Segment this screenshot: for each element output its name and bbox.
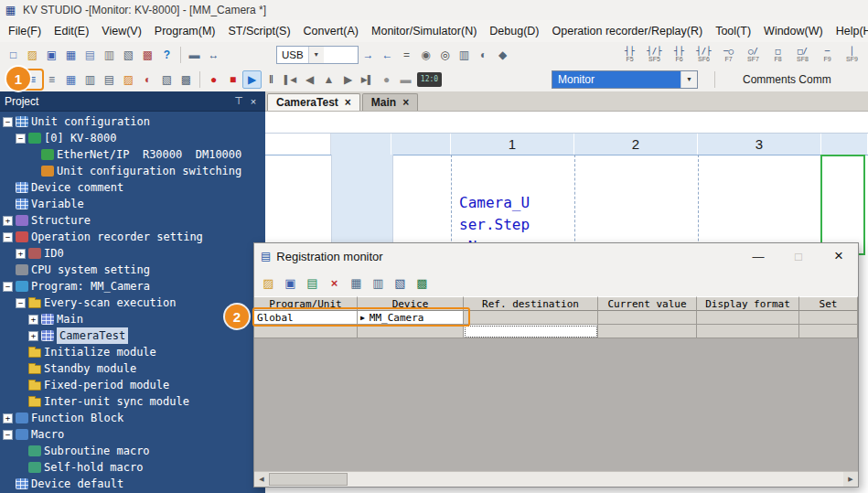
batch-monitor-icon[interactable]: ≡ <box>42 70 61 89</box>
monitor-display-icon[interactable]: ▩ <box>413 273 432 293</box>
scrollbar-thumb[interactable] <box>269 473 348 486</box>
close-icon[interactable]: × <box>821 245 856 267</box>
tree-item-self-hold-macro[interactable]: Self-hold macro <box>0 459 265 476</box>
verify-icon[interactable]: = <box>397 46 416 64</box>
maximize-icon[interactable]: □ <box>781 245 816 267</box>
ladder-cursor[interactable] <box>820 155 865 255</box>
horizontal-scrollbar[interactable]: ◀ ▶ <box>254 471 858 487</box>
menu-view[interactable]: View(V) <box>95 22 148 40</box>
cell-display-format[interactable] <box>697 325 799 338</box>
options-icon[interactable]: ◆ <box>493 46 512 64</box>
minimize-icon[interactable]: — <box>741 245 776 267</box>
prev-icon[interactable]: ◀ <box>300 70 319 89</box>
fkey-f5-button[interactable]: ┤├F5 <box>617 45 642 65</box>
fkey-sf7-button[interactable]: ○/SF7 <box>741 45 766 65</box>
tree-item-cameratest[interactable]: +CameraTest <box>0 327 265 344</box>
tree-item-ethernet-ip[interactable]: EtherNet/IP R30000 DM10000 <box>0 146 265 163</box>
tree-item-subroutine-macro[interactable]: Subroutine macro <box>0 443 265 459</box>
delete-icon[interactable]: ▩ <box>138 46 157 64</box>
up-icon[interactable]: ▲ <box>319 70 338 89</box>
tab-main[interactable]: Main × <box>362 93 418 111</box>
new-file-icon[interactable]: □ <box>4 46 23 64</box>
expander-icon[interactable]: − <box>3 430 13 440</box>
tree-item-id0[interactable]: +ID0 <box>0 245 265 262</box>
help-icon[interactable]: ? <box>157 46 177 64</box>
delete-row-icon[interactable]: ▥ <box>369 273 388 293</box>
close-icon[interactable]: × <box>246 96 261 107</box>
tree-item-initialize-module[interactable]: Initialize module <box>0 344 265 360</box>
print-icon[interactable]: ▧ <box>119 46 138 64</box>
simulator-icon[interactable]: ▨ <box>119 70 138 89</box>
replay-icon[interactable]: ◐ <box>138 70 157 89</box>
menu-tool[interactable]: Tool(T) <box>709 22 757 40</box>
marker-icon[interactable]: ▬ <box>396 70 415 89</box>
close-icon[interactable]: × <box>402 97 409 108</box>
cell-ref-destination[interactable] <box>464 311 598 325</box>
monitor-mode-icon[interactable]: ◉ <box>416 46 435 64</box>
stop-icon[interactable]: ● <box>377 70 396 89</box>
connection-select[interactable]: USB ▼ <box>276 46 359 64</box>
expander-icon[interactable]: + <box>28 315 38 325</box>
expander-icon[interactable]: + <box>3 413 13 423</box>
open-project-icon[interactable]: ▨ <box>23 46 42 64</box>
open-file-icon[interactable]: ▨ <box>259 273 278 293</box>
transfer-setup-icon[interactable]: ▬ <box>185 46 204 64</box>
search-icon[interactable]: ◎ <box>435 46 455 64</box>
register-device-icon[interactable]: ▤ <box>303 273 322 293</box>
expander-icon[interactable]: − <box>16 298 26 308</box>
cell-device[interactable] <box>358 325 464 338</box>
step-forward-icon[interactable]: ▶▌ <box>358 70 377 89</box>
menu-monitor-simulator[interactable]: Monitor/Simulator(N) <box>365 22 483 40</box>
cell-set[interactable] <box>799 325 858 338</box>
fkey-f6-button[interactable]: ┤├F6 <box>667 45 691 65</box>
cell-current-value[interactable] <box>598 311 697 325</box>
scroll-left-icon[interactable]: ◀ <box>254 472 269 487</box>
tree-item-unit-configuration[interactable]: −Unit configuration <box>0 113 265 130</box>
monitor-mode-select[interactable]: Monitor ▼ <box>552 70 698 89</box>
tree-item-every-scan-execution[interactable]: −Every-scan execution <box>0 295 265 311</box>
recorder-setting-icon[interactable]: ▧ <box>157 70 177 89</box>
pause-icon[interactable]: ‖ <box>262 70 281 89</box>
fkey-sf9-button[interactable]: │SF9 <box>840 45 864 65</box>
next-icon[interactable]: ▶ <box>338 70 358 89</box>
cell-set[interactable] <box>799 311 858 325</box>
step-back-icon[interactable]: ▌◀ <box>281 70 300 89</box>
tree-item-kv-8000[interactable]: −[0] KV-8000 <box>0 130 265 146</box>
save-all-icon[interactable]: ▦ <box>61 46 80 64</box>
pin-icon[interactable]: ⊤ <box>231 95 246 107</box>
expander-icon[interactable]: + <box>3 216 13 226</box>
cell-current-value[interactable] <box>598 325 697 338</box>
tree-item-variable[interactable]: Variable <box>0 196 265 212</box>
tree-item-standby-module[interactable]: Standby module <box>0 360 265 377</box>
cell-display-format[interactable] <box>697 311 799 325</box>
chevron-down-icon[interactable]: ▼ <box>308 47 324 63</box>
pc-to-plc-icon[interactable]: → <box>359 46 378 64</box>
ladder-monitor-icon[interactable]: ▦ <box>61 70 80 89</box>
menu-window[interactable]: Window(W) <box>757 22 830 40</box>
tree-item-function-block[interactable]: +Function Block <box>0 410 265 426</box>
tree-item-device-comment[interactable]: Device comment <box>0 179 265 196</box>
comments-option-label[interactable]: Comments Comm <box>743 73 831 86</box>
scan-time-icon[interactable]: 12:0 <box>417 72 442 87</box>
tree-item-operation-recorder-setting[interactable]: −Operation recorder setting <box>0 229 265 245</box>
expander-icon[interactable]: − <box>3 232 13 242</box>
menu-debug[interactable]: Debug(D) <box>483 22 545 40</box>
close-icon[interactable]: × <box>345 97 351 108</box>
menu-file[interactable]: File(F) <box>2 22 48 40</box>
menu-operation-recorder-replay[interactable]: Operation recorder/Replay(R) <box>546 22 710 40</box>
operation-recorder-icon[interactable]: ▩ <box>177 70 196 89</box>
tree-item-cpu-system-setting[interactable]: CPU system setting <box>0 262 265 278</box>
read-from-plc-icon[interactable]: ▧ <box>391 273 410 293</box>
fkey-f9-button[interactable]: ─F9 <box>815 45 840 65</box>
expander-icon[interactable]: + <box>16 249 26 259</box>
fkey-sf5-button[interactable]: ┤/├SF5 <box>642 45 667 65</box>
tree-item-structure[interactable]: +Structure <box>0 212 265 229</box>
fkey-f7-button[interactable]: ─○F7 <box>716 45 741 65</box>
fkey-f8-button[interactable]: □F8 <box>766 45 790 65</box>
menu-program[interactable]: Program(M) <box>148 22 222 40</box>
scroll-right-icon[interactable]: ▶ <box>843 472 858 487</box>
record-stop-icon[interactable]: ■ <box>223 70 242 89</box>
cell-program-unit[interactable] <box>254 325 358 338</box>
delete-device-icon[interactable]: × <box>325 273 344 293</box>
tree-item-macro[interactable]: −Macro <box>0 426 265 443</box>
